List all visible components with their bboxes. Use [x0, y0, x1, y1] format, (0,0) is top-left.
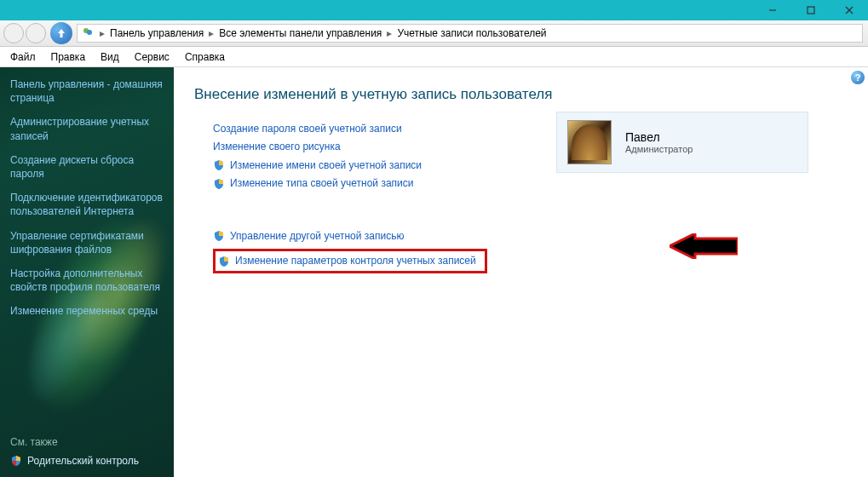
user-info: Павел Администратор [625, 130, 693, 154]
shield-icon [213, 178, 225, 190]
breadcrumb-item[interactable]: Учетные записи пользователей [397, 27, 546, 39]
menu-file[interactable]: Файл [10, 51, 36, 63]
menu-bar: Файл Правка Вид Сервис Справка [0, 47, 868, 67]
breadcrumb-sep: ▸ [209, 27, 214, 39]
page-title: Внесение изменений в учетную запись поль… [194, 86, 853, 103]
action-manage-other[interactable]: Управление другой учетной записью [213, 229, 853, 244]
user-accounts-icon [81, 26, 95, 40]
up-arrow-icon [55, 27, 67, 39]
back-button[interactable] [3, 23, 24, 43]
svg-point-5 [87, 30, 92, 35]
sidebar-item-reset-disk[interactable]: Создание дискеты сброса пароля [10, 153, 164, 181]
help-button[interactable]: ? [851, 71, 865, 84]
see-also-label: См. также [10, 436, 139, 448]
user-role: Администратор [625, 144, 693, 154]
minimize-button[interactable] [753, 0, 791, 20]
content: ? Внесение изменений в учетную запись по… [174, 67, 868, 477]
breadcrumb-item[interactable]: Все элементы панели управления [219, 27, 382, 39]
action-uac-settings[interactable]: Изменение параметров контроля учетных за… [218, 254, 476, 268]
close-button[interactable] [830, 0, 868, 20]
breadcrumb-sep: ▸ [387, 27, 392, 39]
svg-rect-1 [808, 7, 814, 14]
user-tile[interactable]: Павел Администратор [556, 112, 808, 173]
breadcrumb-item[interactable]: Панель управления [110, 27, 204, 39]
sidebar: Панель управления - домашняя страница Ад… [0, 67, 174, 477]
shield-icon [213, 230, 225, 242]
breadcrumb[interactable]: ▸ Панель управления ▸ Все элементы панел… [77, 24, 863, 43]
shield-icon [10, 455, 22, 467]
sidebar-item-profile[interactable]: Настройка дополнительных свойств профиля… [10, 267, 164, 294]
menu-service[interactable]: Сервис [135, 51, 170, 63]
highlighted-uac-link: Изменение параметров контроля учетных за… [213, 249, 487, 273]
sidebar-item-parental[interactable]: Родительский контроль [10, 455, 139, 467]
up-button[interactable] [49, 21, 73, 45]
user-name: Павел [625, 130, 693, 144]
menu-edit[interactable]: Правка [51, 51, 86, 63]
menu-help[interactable]: Справка [185, 51, 225, 63]
user-picture [567, 120, 612, 164]
actions-group-2: Управление другой учетной записью Измене… [213, 229, 853, 274]
title-bar [0, 0, 868, 20]
action-change-type[interactable]: Изменение типа своей учетной записи [213, 176, 853, 191]
breadcrumb-sep: ▸ [100, 27, 105, 39]
nav-bar: ▸ Панель управления ▸ Все элементы панел… [0, 20, 868, 47]
forward-button[interactable] [26, 23, 46, 43]
sidebar-item-home[interactable]: Панель управления - домашняя страница [10, 78, 164, 105]
shield-icon [213, 159, 225, 171]
shield-icon [218, 256, 230, 267]
sidebar-item-certs[interactable]: Управление сертификатами шифрования файл… [10, 229, 164, 256]
maximize-button[interactable] [791, 0, 830, 20]
sidebar-item-env[interactable]: Изменение переменных среды [10, 304, 164, 318]
sidebar-item-admin[interactable]: Администрирование учетных записей [10, 115, 164, 142]
parental-label: Родительский контроль [27, 455, 139, 467]
annotation-arrow [670, 233, 738, 259]
sidebar-item-online-ids[interactable]: Подключение идентификаторов пользователе… [10, 191, 164, 218]
menu-view[interactable]: Вид [101, 51, 119, 63]
